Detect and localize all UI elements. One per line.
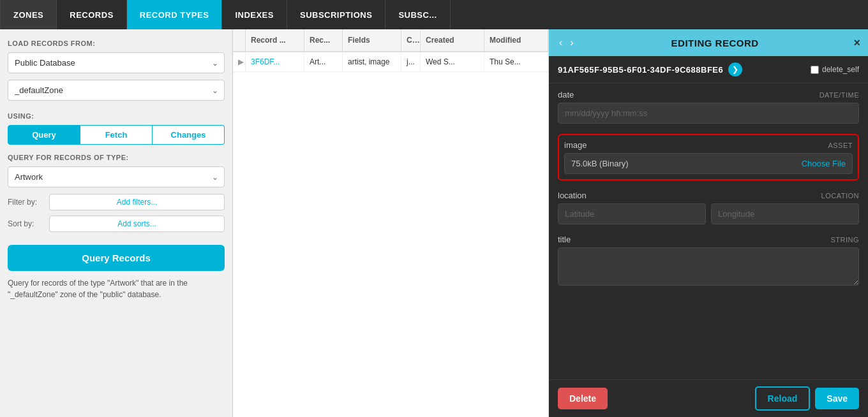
td-modified: Thu Se... bbox=[484, 52, 548, 71]
td-created: Wed S... bbox=[421, 52, 484, 71]
sort-by-label: Sort by: bbox=[8, 219, 49, 228]
nav-tab-record-types[interactable]: RECORD TYPES bbox=[127, 0, 223, 29]
field-image: image ASSET 75.0kB (Binary) Choose File bbox=[558, 134, 859, 180]
th-fields: Fields bbox=[343, 29, 401, 51]
prev-record-button[interactable]: ‹ bbox=[557, 36, 565, 50]
field-title-name: title bbox=[558, 235, 571, 244]
field-date: date DATE/TIME bbox=[558, 90, 859, 124]
zone-select-wrapper: _defaultZone ⌄ bbox=[8, 80, 225, 101]
query-type-label: QUERY FOR RECORDS OF TYPE: bbox=[8, 154, 225, 161]
editing-record-footer: Delete Reload Save bbox=[549, 379, 868, 417]
editing-record-header: ‹ › EDITING RECORD × bbox=[549, 29, 868, 56]
table-row[interactable]: ▶ 3F6DF... Art... artist, image j... Wed… bbox=[233, 52, 548, 72]
filter-by-label: Filter by: bbox=[8, 198, 49, 207]
main-layout: LOAD RECORDS FROM: Public Database Priva… bbox=[0, 29, 868, 417]
using-label: USING: bbox=[8, 112, 225, 120]
filter-by-row: Filter by: Add filters... bbox=[8, 194, 225, 210]
editing-record-title: EDITING RECORD bbox=[581, 38, 849, 48]
zone-select[interactable]: _defaultZone bbox=[8, 80, 225, 101]
field-title: title STRING bbox=[558, 235, 859, 288]
delete-self-label[interactable]: delete_self bbox=[822, 65, 859, 74]
longitude-input[interactable] bbox=[711, 203, 859, 224]
database-select-wrapper: Public Database Private Database ⌄ bbox=[8, 52, 225, 73]
td-rec: Art... bbox=[304, 52, 343, 71]
record-type-select-wrapper: Artwork ⌄ bbox=[8, 166, 225, 187]
th-c: C... bbox=[401, 29, 421, 51]
location-inputs-row bbox=[558, 203, 859, 224]
tab-changes[interactable]: Changes bbox=[153, 125, 225, 145]
reload-button[interactable]: Reload bbox=[755, 386, 811, 411]
field-image-name: image bbox=[564, 140, 587, 150]
field-title-label-row: title STRING bbox=[558, 235, 859, 244]
field-image-asset-value: 75.0kB (Binary) bbox=[571, 159, 629, 168]
td-c: j... bbox=[401, 52, 421, 71]
table-body: ▶ 3F6DF... Art... artist, image j... Wed… bbox=[233, 52, 548, 417]
top-nav: ZONESRECORDSRECORD TYPESINDEXESSUBSCRIPT… bbox=[0, 0, 868, 29]
add-sorts-button[interactable]: Add sorts... bbox=[49, 216, 225, 232]
th-created: Created bbox=[421, 29, 484, 51]
center-panel: Record ... Rec... Fields C... Created Mo… bbox=[233, 29, 549, 417]
delete-self-row: delete_self bbox=[811, 65, 859, 74]
load-records-label: LOAD RECORDS FROM: bbox=[8, 40, 225, 47]
add-filters-button[interactable]: Add filters... bbox=[49, 194, 225, 210]
record-id-icon[interactable]: ❯ bbox=[728, 62, 742, 77]
field-image-type: ASSET bbox=[828, 142, 853, 149]
field-location-name: location bbox=[558, 191, 587, 200]
tab-query[interactable]: Query bbox=[8, 125, 80, 145]
record-id-row: 91AF565F-95B5-6F01-34DF-9C688BFE6 ❯ dele… bbox=[549, 56, 868, 84]
query-description: Query for records of the type "Artwork" … bbox=[8, 277, 225, 300]
nav-tab-indexes[interactable]: INDEXES bbox=[222, 0, 287, 29]
editing-record-panel: ‹ › EDITING RECORD × 91AF565F-95B5-6F01-… bbox=[549, 29, 868, 417]
field-date-input[interactable] bbox=[558, 103, 859, 124]
field-date-name: date bbox=[558, 90, 574, 99]
nav-arrows: ‹ › bbox=[557, 36, 576, 50]
tab-fetch[interactable]: Fetch bbox=[80, 125, 153, 145]
database-select[interactable]: Public Database Private Database bbox=[8, 52, 225, 73]
field-date-type: DATE/TIME bbox=[819, 91, 859, 99]
field-image-label-row: image ASSET bbox=[564, 140, 853, 150]
delete-self-checkbox[interactable] bbox=[811, 66, 819, 74]
fields-area: date DATE/TIME image ASSET 75.0kB (Binar… bbox=[549, 84, 868, 379]
record-id-value: 91AF565F-95B5-6F01-34DF-9C688BFE6 bbox=[558, 65, 723, 75]
latitude-input[interactable] bbox=[558, 203, 706, 224]
query-tab-row: Query Fetch Changes bbox=[8, 125, 225, 145]
td-fields: artist, image bbox=[343, 52, 401, 71]
field-location-type: LOCATION bbox=[821, 192, 859, 200]
table-header: Record ... Rec... Fields C... Created Mo… bbox=[233, 29, 548, 52]
field-location-label-row: location LOCATION bbox=[558, 191, 859, 200]
field-date-label-row: date DATE/TIME bbox=[558, 90, 859, 99]
record-type-select[interactable]: Artwork bbox=[8, 166, 225, 187]
close-editing-button[interactable]: × bbox=[853, 36, 860, 50]
choose-file-button[interactable]: Choose File bbox=[802, 159, 846, 168]
left-panel: LOAD RECORDS FROM: Public Database Priva… bbox=[0, 29, 233, 417]
th-rec: Rec... bbox=[304, 29, 343, 51]
td-expand: ▶ bbox=[233, 52, 246, 71]
delete-button[interactable]: Delete bbox=[558, 388, 608, 409]
save-button[interactable]: Save bbox=[815, 388, 859, 409]
th-record: Record ... bbox=[246, 29, 304, 51]
field-location: location LOCATION bbox=[558, 191, 859, 224]
nav-tab-records[interactable]: RECORDS bbox=[57, 0, 127, 29]
next-record-button[interactable]: › bbox=[567, 36, 576, 50]
th-modified: Modified bbox=[484, 29, 548, 51]
nav-tab-zones[interactable]: ZONES bbox=[0, 0, 57, 29]
td-record[interactable]: 3F6DF... bbox=[246, 52, 304, 71]
sort-by-row: Sort by: Add sorts... bbox=[8, 216, 225, 232]
field-image-asset-row: 75.0kB (Binary) Choose File bbox=[564, 153, 853, 174]
query-records-button[interactable]: Query Records bbox=[8, 245, 225, 271]
field-title-type: STRING bbox=[830, 236, 859, 244]
field-title-input[interactable] bbox=[558, 247, 859, 286]
nav-tab-subscriptions[interactable]: SUBSCRIPTIONS bbox=[287, 0, 385, 29]
nav-tab-subsc[interactable]: SUBSC... bbox=[385, 0, 450, 29]
th-expand bbox=[233, 29, 246, 51]
